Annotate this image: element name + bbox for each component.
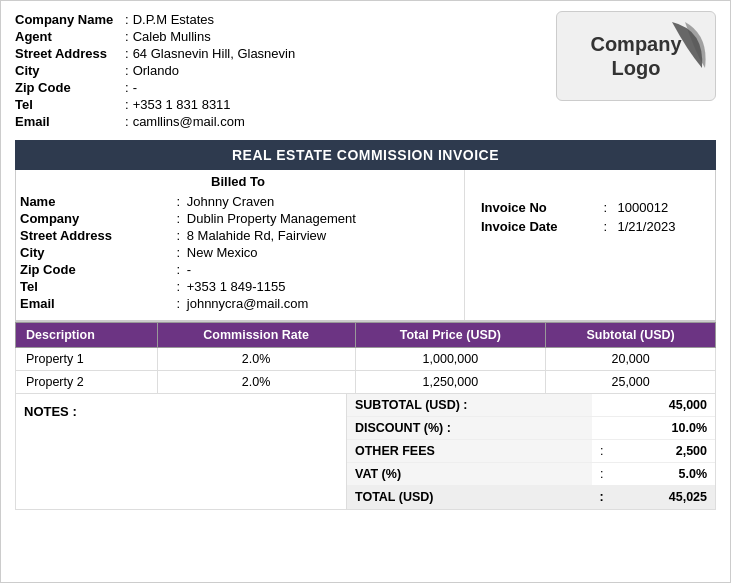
bt-company-value: Dublin Property Management — [187, 210, 456, 227]
summary-label: VAT (%) — [347, 463, 592, 486]
row-total-price: 1,000,000 — [355, 348, 546, 371]
summary-value: 5.0% — [612, 463, 715, 486]
summary-colon: : — [592, 440, 612, 463]
email-value: camllins@mail.com — [133, 113, 300, 130]
summary-row: OTHER FEES : 2,500 — [347, 440, 715, 463]
bt-zip-label: Zip Code — [20, 261, 176, 278]
invoice-date-label: Invoice Date — [477, 217, 597, 236]
company-name-value: D.P.M Estates — [133, 11, 300, 28]
summary-label: DISCOUNT (%) : — [347, 417, 592, 440]
logo-line2: Logo — [590, 56, 681, 80]
bt-city-value: New Mexico — [187, 244, 456, 261]
summary-value: 45,000 — [612, 394, 715, 417]
row-commission: 2.0% — [157, 348, 355, 371]
bt-city-label: City — [20, 244, 176, 261]
summary-colon: : — [592, 463, 612, 486]
col-subtotal: Subtotal (USD) — [546, 323, 716, 348]
zip-value: - — [133, 79, 300, 96]
table-row: Property 2 2.0% 1,250,000 25,000 — [16, 371, 716, 394]
bt-street-value: 8 Malahide Rd, Fairview — [187, 227, 456, 244]
invoice-no-label: Invoice No — [477, 198, 597, 217]
summary-row: SUBTOTAL (USD) : 45,000 — [347, 394, 715, 417]
summary-label: SUBTOTAL (USD) : — [347, 394, 592, 417]
street-label: Street Address — [15, 45, 125, 62]
invoice-title: REAL ESTATE COMMISSION INVOICE — [15, 140, 716, 170]
row-description: Property 2 — [16, 371, 158, 394]
summary-row: DISCOUNT (%) : 10.0% — [347, 417, 715, 440]
notes-summary-row: NOTES : SUBTOTAL (USD) : 45,000 DISCOUNT… — [15, 394, 716, 510]
street-value: 64 Glasnevin Hill, Glasnevin — [133, 45, 300, 62]
billed-to-section: Billed To Name : Johnny Craven Company :… — [16, 170, 465, 320]
summary-value: 2,500 — [612, 440, 715, 463]
summary-label: OTHER FEES — [347, 440, 592, 463]
summary-row: TOTAL (USD) : 45,025 — [347, 486, 715, 509]
bt-zip-value: - — [187, 261, 456, 278]
city-label: City — [15, 62, 125, 79]
bt-name-label: Name — [20, 193, 176, 210]
invoice-meta-section: Invoice No : 1000012 Invoice Date : 1/21… — [465, 170, 715, 320]
col-description: Description — [16, 323, 158, 348]
invoice-date-value: 1/21/2023 — [614, 217, 707, 236]
summary-value: 45,025 — [612, 486, 715, 509]
bt-street-label: Street Address — [20, 227, 176, 244]
summary-colon — [592, 417, 612, 440]
zip-label: Zip Code — [15, 79, 125, 96]
billed-invoice-row: Billed To Name : Johnny Craven Company :… — [16, 170, 715, 321]
billed-to-header: Billed To — [20, 174, 456, 189]
header-section: Company Name : D.P.M Estates Agent : Cal… — [15, 11, 716, 130]
agent-value: Caleb Mullins — [133, 28, 300, 45]
row-total-price: 1,250,000 — [355, 371, 546, 394]
items-table: Description Commission Rate Total Price … — [15, 322, 716, 394]
bt-email-label: Email — [20, 295, 176, 312]
notes-section: NOTES : — [15, 394, 346, 510]
summary-value: 10.0% — [612, 417, 715, 440]
row-commission: 2.0% — [157, 371, 355, 394]
summary-colon: : — [592, 486, 612, 509]
invoice-container: Company Name : D.P.M Estates Agent : Cal… — [0, 0, 731, 583]
city-value: Orlando — [133, 62, 300, 79]
table-row: Property 1 2.0% 1,000,000 20,000 — [16, 348, 716, 371]
invoice-no-value: 1000012 — [614, 198, 707, 217]
bt-tel-label: Tel — [20, 278, 176, 295]
bt-email-value: johnnycra@mail.com — [187, 295, 456, 312]
company-name-colon: : — [125, 11, 133, 28]
summary-row: VAT (%) : 5.0% — [347, 463, 715, 486]
email-label: Email — [15, 113, 125, 130]
summary-colon — [592, 394, 612, 417]
logo-line1: Company — [590, 32, 681, 56]
bt-tel-value: +353 1 849-1155 — [187, 278, 456, 295]
summary-section: SUBTOTAL (USD) : 45,000 DISCOUNT (%) : 1… — [346, 394, 716, 510]
agent-label: Agent — [15, 28, 125, 45]
row-subtotal: 25,000 — [546, 371, 716, 394]
tel-value: +353 1 831 8311 — [133, 96, 300, 113]
company-info: Company Name : D.P.M Estates Agent : Cal… — [15, 11, 299, 130]
summary-label: TOTAL (USD) — [347, 486, 592, 509]
tel-label: Tel — [15, 96, 125, 113]
col-commission: Commission Rate — [157, 323, 355, 348]
billed-invoice-section: Billed To Name : Johnny Craven Company :… — [15, 170, 716, 322]
bt-company-label: Company — [20, 210, 176, 227]
row-subtotal: 20,000 — [546, 348, 716, 371]
col-total-price: Total Price (USD) — [355, 323, 546, 348]
company-logo: Company Logo — [556, 11, 716, 101]
bt-name-value: Johnny Craven — [187, 193, 456, 210]
notes-label: NOTES : — [24, 404, 77, 419]
company-name-label: Company Name — [15, 11, 125, 28]
row-description: Property 1 — [16, 348, 158, 371]
